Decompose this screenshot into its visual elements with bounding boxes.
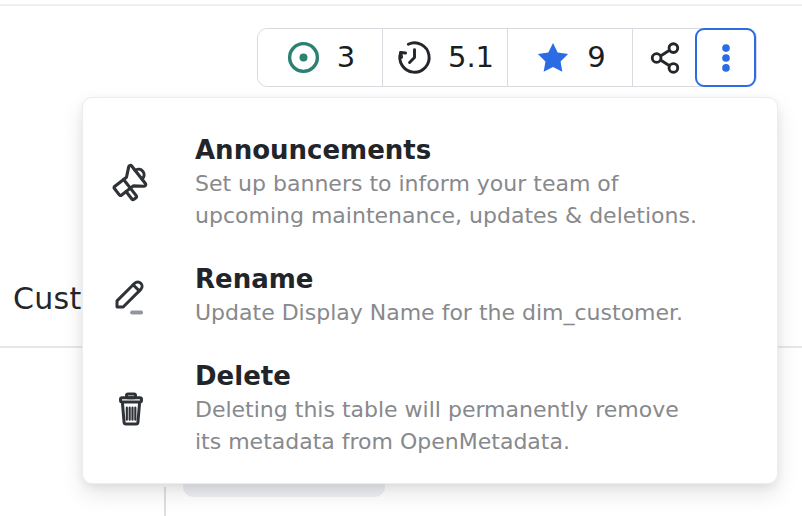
entity-actions-button-group: 3 5.1 9 bbox=[257, 28, 757, 87]
menu-item-announcements[interactable]: Announcements Set up banners to inform y… bbox=[107, 133, 751, 232]
more-options-button[interactable] bbox=[695, 28, 756, 87]
star-count: 9 bbox=[587, 43, 605, 72]
description-line: upcoming maintenance, updates & deletion… bbox=[195, 200, 751, 232]
menu-item-title: Delete bbox=[195, 361, 291, 391]
menu-item-description: Deleting this table will permanently rem… bbox=[195, 394, 751, 458]
description-line: Set up banners to inform your team of bbox=[195, 168, 751, 200]
menu-item-description: Set up banners to inform your team of up… bbox=[195, 168, 751, 232]
history-clock-icon bbox=[396, 39, 433, 76]
menu-item-text: Announcements Set up banners to inform y… bbox=[195, 133, 751, 232]
share-icon bbox=[647, 40, 683, 76]
megaphone-icon bbox=[107, 161, 155, 205]
panel-divider-line bbox=[164, 487, 166, 516]
version-history-button[interactable]: 5.1 bbox=[383, 29, 508, 86]
menu-item-title: Rename bbox=[195, 264, 313, 294]
menu-item-delete[interactable]: Delete Deleting this table will permanen… bbox=[107, 359, 751, 458]
description-line: Deleting this table will permanently rem… bbox=[195, 394, 751, 426]
menu-item-description: Update Display Name for the dim_customer… bbox=[195, 297, 751, 329]
description-line: its metadata from OpenMetadata. bbox=[195, 426, 751, 458]
kebab-menu-icon bbox=[709, 41, 743, 75]
occluded-gray-bar bbox=[183, 482, 385, 497]
menu-item-title: Announcements bbox=[195, 135, 431, 165]
menu-item-text: Rename Update Display Name for the dim_c… bbox=[195, 262, 751, 329]
share-button[interactable] bbox=[633, 29, 696, 86]
version-count: 5.1 bbox=[448, 43, 494, 72]
trash-icon bbox=[107, 389, 155, 429]
menu-item-rename[interactable]: Rename Update Display Name for the dim_c… bbox=[107, 262, 751, 329]
pencil-icon bbox=[107, 275, 155, 317]
manage-dropdown-menu: Announcements Set up banners to inform y… bbox=[82, 97, 778, 484]
partial-tab-label: Cust bbox=[13, 281, 82, 316]
description-line: Update Display Name for the dim_customer… bbox=[195, 297, 751, 329]
star-count-button[interactable]: 9 bbox=[508, 29, 633, 86]
header-divider bbox=[0, 4, 802, 6]
menu-item-text: Delete Deleting this table will permanen… bbox=[195, 359, 751, 458]
disc-icon bbox=[285, 39, 322, 76]
disc-count-button[interactable]: 3 bbox=[258, 29, 383, 86]
disc-count: 3 bbox=[337, 43, 355, 72]
star-icon bbox=[534, 39, 572, 77]
